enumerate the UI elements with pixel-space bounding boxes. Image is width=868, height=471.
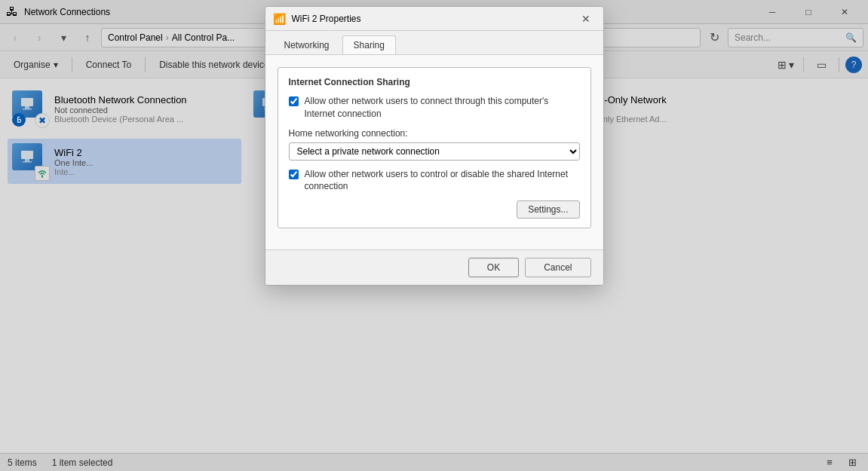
- home-net-select[interactable]: Select a private network connection: [289, 142, 580, 161]
- dialog-body: Internet Connection Sharing Allow other …: [265, 55, 603, 249]
- allow-connect-label: Allow other network users to connect thr…: [305, 95, 580, 121]
- tab-networking[interactable]: Networking: [273, 35, 341, 54]
- cancel-button[interactable]: Cancel: [525, 258, 590, 277]
- allow-connect-checkbox[interactable]: [289, 96, 299, 106]
- dialog-title-icon: 📶: [273, 13, 286, 25]
- wifi-properties-dialog: 📶 WiFi 2 Properties ✕ Networking Sharing…: [265, 6, 604, 286]
- dialog-footer: OK Cancel: [265, 249, 603, 285]
- settings-button[interactable]: Settings...: [517, 200, 579, 219]
- checkbox-row-1: Allow other network users to connect thr…: [289, 95, 580, 121]
- ok-button[interactable]: OK: [468, 258, 519, 277]
- home-net-section: Home networking connection: Select a pri…: [289, 128, 580, 161]
- dialog-title: WiFi 2 Properties: [292, 14, 576, 24]
- checkbox-row-2: Allow other network users to control or …: [289, 168, 580, 194]
- dialog-overlay: 📶 WiFi 2 Properties ✕ Networking Sharing…: [0, 0, 868, 471]
- settings-btn-row: Settings...: [289, 200, 580, 219]
- dialog-close-button[interactable]: ✕: [576, 11, 596, 27]
- dropdown-row: Select a private network connection: [289, 142, 580, 161]
- allow-control-label: Allow other network users to control or …: [305, 168, 580, 194]
- internet-connection-sharing-group: Internet Connection Sharing Allow other …: [278, 67, 591, 228]
- tab-sharing[interactable]: Sharing: [342, 35, 396, 54]
- dialog-tabs: Networking Sharing: [265, 31, 603, 55]
- dialog-titlebar: 📶 WiFi 2 Properties ✕: [265, 7, 603, 31]
- allow-control-checkbox[interactable]: [289, 170, 299, 179]
- sharing-group-title: Internet Connection Sharing: [289, 77, 580, 87]
- home-net-label: Home networking connection:: [289, 128, 580, 139]
